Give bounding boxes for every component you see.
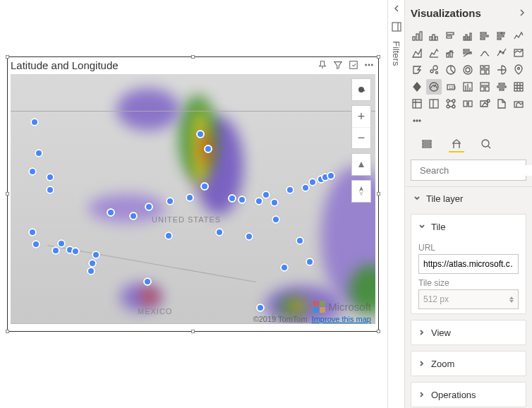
viz-type-19[interactable] xyxy=(494,62,509,78)
url-input-wrap[interactable] xyxy=(418,254,519,274)
section-operations[interactable]: Operations xyxy=(411,383,526,407)
viz-type-18[interactable] xyxy=(477,62,492,78)
viz-type-12[interactable] xyxy=(494,45,509,61)
viz-type-24[interactable] xyxy=(460,79,476,95)
data-point[interactable] xyxy=(143,277,152,286)
viz-type-17[interactable] xyxy=(460,62,476,78)
data-point[interactable] xyxy=(256,304,265,312)
data-point[interactable] xyxy=(270,198,279,207)
data-point[interactable] xyxy=(306,258,314,266)
data-point[interactable] xyxy=(301,184,310,192)
data-point[interactable] xyxy=(286,186,294,194)
map-viewport[interactable]: UNITED STATES MEXICO CUBA + − Microsoft … xyxy=(11,74,375,324)
data-point[interactable] xyxy=(35,149,43,157)
viz-type-9[interactable] xyxy=(443,45,459,61)
viz-type-35[interactable] xyxy=(409,113,425,128)
viz-type-20[interactable] xyxy=(511,62,526,78)
data-point[interactable] xyxy=(32,240,40,248)
viz-type-22[interactable] xyxy=(426,79,442,95)
viz-type-1[interactable] xyxy=(426,28,442,44)
section-view[interactable]: View xyxy=(411,320,526,344)
data-point[interactable] xyxy=(71,247,80,256)
data-point[interactable] xyxy=(327,172,335,180)
viz-type-10[interactable] xyxy=(460,45,476,61)
viz-type-5[interactable] xyxy=(494,28,509,44)
viz-type-7[interactable] xyxy=(409,45,425,61)
viz-type-29[interactable] xyxy=(426,96,442,112)
data-point[interactable] xyxy=(52,246,60,255)
viz-type-23[interactable]: 123 xyxy=(443,79,459,95)
viz-type-33[interactable] xyxy=(494,96,509,112)
data-point[interactable] xyxy=(255,197,263,205)
data-point[interactable] xyxy=(87,267,95,275)
viz-type-25[interactable] xyxy=(477,79,492,95)
data-point[interactable] xyxy=(204,145,212,153)
data-point[interactable] xyxy=(28,167,37,176)
format-tab[interactable] xyxy=(449,137,464,152)
data-point[interactable] xyxy=(129,212,138,220)
data-point[interactable] xyxy=(308,178,317,186)
viz-type-3[interactable] xyxy=(460,28,476,44)
focus-icon[interactable] xyxy=(347,59,360,71)
data-point[interactable] xyxy=(245,232,253,241)
more-icon[interactable] xyxy=(363,59,375,71)
data-point[interactable] xyxy=(164,232,173,240)
viz-type-15[interactable] xyxy=(426,62,442,78)
viz-type-6[interactable] xyxy=(511,28,526,44)
viz-type-30[interactable] xyxy=(443,96,459,112)
data-point[interactable] xyxy=(28,228,37,236)
filter-icon[interactable] xyxy=(332,59,344,71)
map-style-picker[interactable] xyxy=(351,78,371,101)
data-point[interactable] xyxy=(280,263,289,272)
section-tile[interactable]: Tile xyxy=(411,215,526,239)
pin-icon[interactable] xyxy=(316,59,329,71)
analytics-tab[interactable] xyxy=(478,137,494,152)
map-visual[interactable]: Latitude and Longitude UNITED STATES MEX… xyxy=(7,56,379,332)
collapse-pane-button[interactable] xyxy=(518,7,526,19)
data-point[interactable] xyxy=(166,197,174,205)
style-button[interactable] xyxy=(352,79,370,100)
viz-type-26[interactable] xyxy=(494,79,509,95)
viz-type-14[interactable] xyxy=(409,62,425,78)
map-compass-control[interactable] xyxy=(351,180,371,203)
viz-type-2[interactable] xyxy=(443,28,459,44)
data-point[interactable] xyxy=(262,191,270,199)
tile-url-input[interactable] xyxy=(423,259,514,269)
section-tile-layer[interactable]: Tile layer xyxy=(405,187,532,210)
zoom-out-button[interactable]: − xyxy=(352,127,370,148)
data-point[interactable] xyxy=(215,228,224,236)
data-point[interactable] xyxy=(145,203,153,211)
pitch-button[interactable] xyxy=(352,154,370,175)
viz-type-31[interactable] xyxy=(460,96,476,112)
data-point[interactable] xyxy=(296,236,304,245)
viz-type-32[interactable] xyxy=(477,96,492,112)
data-point[interactable] xyxy=(200,182,209,191)
data-point[interactable] xyxy=(57,239,66,248)
data-point[interactable] xyxy=(196,130,205,138)
viz-type-4[interactable] xyxy=(477,28,492,44)
pane-icon[interactable] xyxy=(392,22,401,34)
viz-type-8[interactable] xyxy=(426,45,442,61)
data-point[interactable] xyxy=(107,208,115,217)
viz-type-13[interactable] xyxy=(511,45,526,61)
viz-type-34[interactable] xyxy=(511,96,526,112)
compass-button[interactable] xyxy=(352,181,370,202)
viz-type-16[interactable] xyxy=(443,62,459,78)
viz-type-11[interactable] xyxy=(477,45,492,61)
map-pitch-control[interactable] xyxy=(351,153,371,176)
expand-filters-button[interactable] xyxy=(392,4,401,15)
zoom-in-button[interactable]: + xyxy=(352,106,370,127)
section-zoom[interactable]: Zoom xyxy=(411,352,526,376)
data-point[interactable] xyxy=(46,186,54,194)
data-point[interactable] xyxy=(46,173,54,181)
viz-type-21[interactable] xyxy=(409,79,425,95)
data-point[interactable] xyxy=(30,118,39,126)
viz-type-28[interactable] xyxy=(409,96,425,112)
viz-type-0[interactable] xyxy=(409,28,425,44)
improve-map-link[interactable]: Improve this map xyxy=(312,315,371,323)
data-point[interactable] xyxy=(238,196,246,204)
fields-tab[interactable] xyxy=(419,137,435,152)
data-point[interactable] xyxy=(92,251,100,259)
search-input[interactable] xyxy=(420,165,532,176)
data-point[interactable] xyxy=(186,193,194,202)
